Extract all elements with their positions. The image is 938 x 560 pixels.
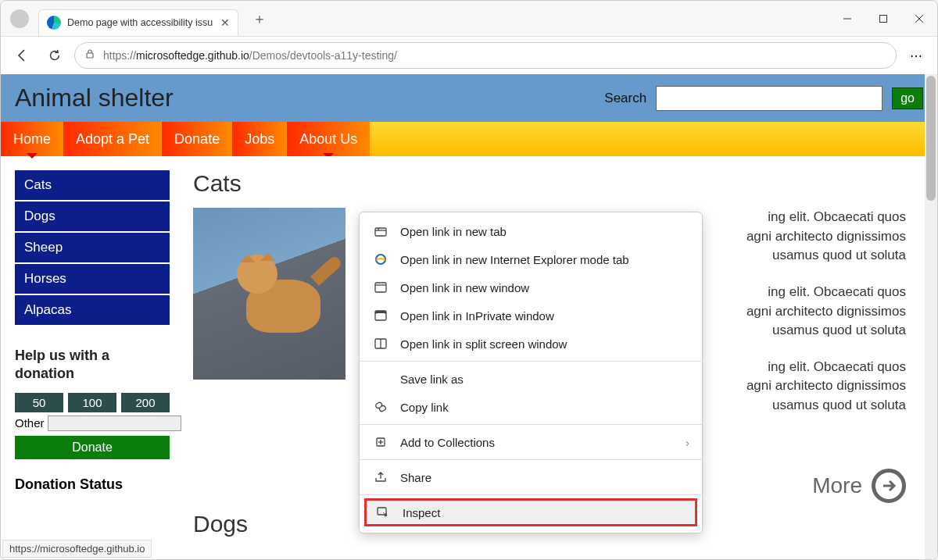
svg-rect-4: [87, 53, 93, 58]
close-window-button[interactable]: [901, 1, 937, 37]
ctx-save-link-as[interactable]: Save link as: [360, 365, 702, 393]
ctx-open-inprivate[interactable]: Open link in InPrivate window: [360, 301, 702, 330]
heading-cats: Cats: [193, 170, 906, 197]
svg-rect-5: [375, 228, 386, 236]
refresh-button[interactable]: [41, 42, 68, 69]
sidebar-item-horses[interactable]: Horses: [15, 264, 170, 295]
lock-icon: [84, 48, 95, 62]
title-bar: Demo page with accessibility issu ✕ ＋: [1, 1, 937, 37]
context-menu: Open link in new tab Open link in new In…: [359, 212, 703, 533]
settings-more-button[interactable]: ⋯: [903, 42, 929, 69]
donation-heading: Help us with a donation: [15, 347, 170, 383]
sidebar-item-dogs[interactable]: Dogs: [15, 202, 170, 233]
svg-rect-18: [378, 508, 386, 515]
other-label: Other: [15, 416, 45, 430]
sidebar-item-cats[interactable]: Cats: [15, 170, 170, 202]
url-text: https://microsoftedge.github.io/Demos/de…: [103, 49, 397, 62]
ctx-add-collections[interactable]: Add to Collections ›: [360, 428, 702, 456]
sidebar-item-sheep[interactable]: Sheep: [15, 233, 170, 264]
amount-100[interactable]: 100: [68, 393, 116, 412]
ctx-open-window[interactable]: Open link in new window: [360, 273, 702, 301]
status-bar: https://microsoftedge.github.io: [2, 540, 152, 558]
cat-image: [193, 208, 345, 380]
go-button[interactable]: go: [892, 87, 923, 109]
ctx-share[interactable]: Share: [360, 463, 702, 491]
ie-icon: [372, 252, 389, 266]
inspect-icon: [374, 505, 392, 519]
page-header: Animal shelter Search go: [1, 74, 937, 122]
edge-favicon-icon: [47, 16, 61, 30]
main-nav: Home Adopt a Pet Donate Jobs About Us: [1, 122, 937, 156]
amount-200[interactable]: 200: [121, 393, 170, 412]
toolbar: https://microsoftedge.github.io/Demos/de…: [1, 37, 937, 74]
site-title: Animal shelter: [15, 84, 174, 112]
search-label: Search: [604, 91, 646, 106]
tab-title: Demo page with accessibility issu: [67, 17, 213, 28]
close-tab-icon[interactable]: ✕: [220, 16, 230, 29]
sidebar-item-alpacas[interactable]: Alpacas: [15, 295, 170, 326]
inprivate-icon: [372, 309, 389, 323]
amount-50[interactable]: 50: [15, 393, 63, 412]
blank-icon: [372, 372, 389, 386]
more-link[interactable]: More: [812, 473, 862, 498]
nav-adopt[interactable]: Adopt a Pet: [63, 122, 162, 156]
link-icon: [372, 400, 389, 414]
maximize-button[interactable]: [865, 1, 901, 37]
chevron-right-icon: ›: [686, 436, 689, 449]
svg-rect-1: [880, 15, 887, 22]
search-input[interactable]: [656, 86, 883, 111]
nav-home[interactable]: Home: [1, 122, 63, 156]
window-icon: [372, 280, 389, 294]
scrollbar[interactable]: [925, 74, 937, 559]
nav-donate[interactable]: Donate: [162, 122, 232, 156]
sidebar: Cats Dogs Sheep Horses Alpacas Help us w…: [15, 170, 170, 548]
other-amount-input[interactable]: [48, 416, 181, 431]
new-tab-icon: [372, 224, 389, 238]
minimize-button[interactable]: [829, 1, 865, 37]
nav-about[interactable]: About Us: [287, 122, 370, 156]
ctx-open-ie-tab[interactable]: Open link in new Internet Explorer mode …: [360, 245, 702, 273]
nav-jobs[interactable]: Jobs: [232, 122, 287, 156]
profile-avatar[interactable]: [10, 9, 29, 28]
arrow-right-icon[interactable]: [872, 469, 906, 503]
ctx-copy-link[interactable]: Copy link: [360, 393, 702, 421]
donate-button[interactable]: Donate: [15, 436, 170, 459]
address-bar[interactable]: https://microsoftedge.github.io/Demos/de…: [74, 42, 897, 69]
new-tab-button[interactable]: ＋: [246, 6, 273, 31]
ctx-open-split[interactable]: Open link in split screen window: [360, 330, 702, 358]
ctx-open-new-tab[interactable]: Open link in new tab: [360, 217, 702, 245]
collections-icon: [372, 435, 389, 449]
svg-rect-9: [375, 283, 386, 292]
svg-rect-12: [375, 311, 386, 313]
donation-status-heading: Donation Status: [15, 476, 170, 493]
browser-tab[interactable]: Demo page with accessibility issu ✕: [38, 9, 238, 36]
split-screen-icon: [372, 337, 389, 351]
back-button[interactable]: [9, 42, 35, 69]
share-icon: [372, 470, 389, 484]
ctx-inspect[interactable]: Inspect: [364, 498, 697, 526]
